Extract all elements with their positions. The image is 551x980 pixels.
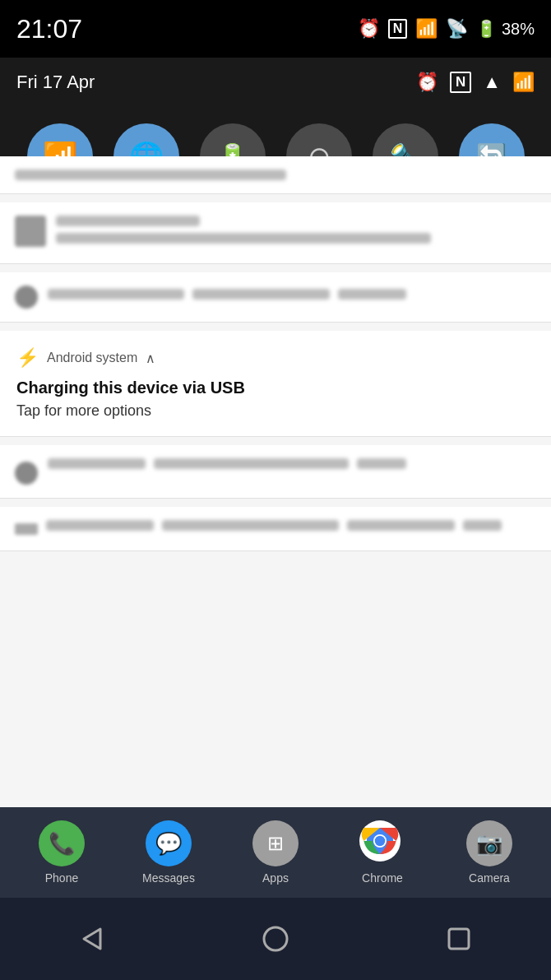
date-bar: Fri 17 Apr ⏰ N ▲ 📶	[0, 58, 551, 107]
battery-icon: 🔋	[476, 20, 497, 38]
blurred-icon-4	[15, 462, 38, 485]
blurred-label-1	[48, 289, 184, 300]
chrome-icon	[359, 820, 405, 866]
messages-icon: 💬	[146, 820, 192, 866]
notification-blurred-3[interactable]	[0, 272, 551, 323]
apps-label: Apps	[262, 871, 289, 885]
status-icons: ⏰ N 📶 📡 🔋 38%	[358, 18, 535, 39]
b5-l1	[46, 520, 154, 531]
apps-icon: ⊞	[252, 820, 299, 866]
notification-subtitle: Tap for more options	[16, 402, 535, 420]
current-date: Fri 17 Apr	[16, 72, 95, 93]
home-button[interactable]	[243, 914, 308, 964]
dock-item-messages[interactable]: 💬 Messages	[115, 820, 222, 885]
blurred-icon-5	[15, 523, 38, 535]
notification-blurred-5[interactable]	[0, 507, 551, 551]
alarm-icon: ⏰	[358, 18, 380, 39]
svg-marker-4	[84, 929, 100, 949]
camera-icon: 📷	[466, 820, 512, 866]
notification-blurred-2[interactable]	[0, 202, 551, 264]
b4-l1	[48, 458, 146, 469]
navigation-bar	[0, 898, 551, 980]
notification-blurred-1[interactable]	[0, 156, 551, 194]
notification-blurred-4[interactable]	[0, 445, 551, 499]
blurred-title	[56, 216, 200, 226]
dock-item-apps[interactable]: ⊞ Apps	[222, 820, 329, 885]
b5-l4	[463, 520, 502, 531]
dock-item-camera[interactable]: 📷 Camera	[436, 820, 543, 885]
blurred-small-icon	[15, 286, 38, 309]
dock-item-chrome[interactable]: Chrome	[329, 820, 436, 885]
b5-l3	[347, 520, 455, 531]
blurred-app-icon	[15, 216, 46, 247]
svg-rect-6	[449, 929, 469, 949]
chevron-up-icon[interactable]: ∧	[146, 351, 155, 366]
android-system-notification[interactable]: ⚡ Android system ∧ Charging this device …	[0, 331, 551, 437]
messages-label: Messages	[142, 871, 195, 885]
nfc-date-icon: N	[450, 72, 471, 93]
blurred-label-3	[338, 289, 406, 300]
battery-percentage: 38%	[502, 20, 535, 38]
dock-item-phone[interactable]: 📞 Phone	[8, 820, 115, 885]
svg-point-5	[264, 927, 287, 950]
wifi-status-icon: 📶	[415, 18, 438, 39]
alarm-date-icon: ⏰	[416, 72, 438, 93]
b5-l2	[162, 520, 339, 531]
notification-app-name: Android system	[47, 351, 137, 365]
signal-icon: 📡	[446, 18, 468, 39]
blurred-body	[56, 233, 431, 244]
b4-l3	[357, 458, 405, 469]
battery-indicator: 🔋 38%	[476, 19, 535, 39]
wifi-date-icon: ▲	[483, 72, 501, 93]
usb-icon: ⚡	[16, 347, 39, 369]
blurred-label-2	[192, 289, 329, 300]
phone-label: Phone	[45, 871, 78, 885]
app-dock: 📞 Phone 💬 Messages ⊞ Apps Chrom	[0, 807, 551, 898]
blurred-content	[15, 170, 286, 180]
signal-date-icon: 📶	[512, 72, 535, 93]
chrome-label: Chrome	[362, 871, 403, 885]
recents-button[interactable]	[426, 914, 492, 964]
nfc-icon: N	[388, 19, 408, 39]
b4-l2	[154, 458, 350, 469]
notification-title: Charging this device via USB	[16, 379, 535, 397]
date-status-icons: ⏰ N ▲ 📶	[416, 72, 535, 93]
notification-area[interactable]: ⚡ Android system ∧ Charging this device …	[0, 156, 551, 807]
notification-header: ⚡ Android system ∧	[16, 347, 535, 369]
camera-label: Camera	[469, 871, 510, 885]
phone-icon: 📞	[39, 820, 85, 866]
status-time: 21:07	[16, 14, 82, 44]
back-button[interactable]	[59, 914, 125, 964]
status-bar: 21:07 ⏰ N 📶 📡 🔋 38%	[0, 0, 551, 58]
svg-point-3	[375, 836, 386, 847]
